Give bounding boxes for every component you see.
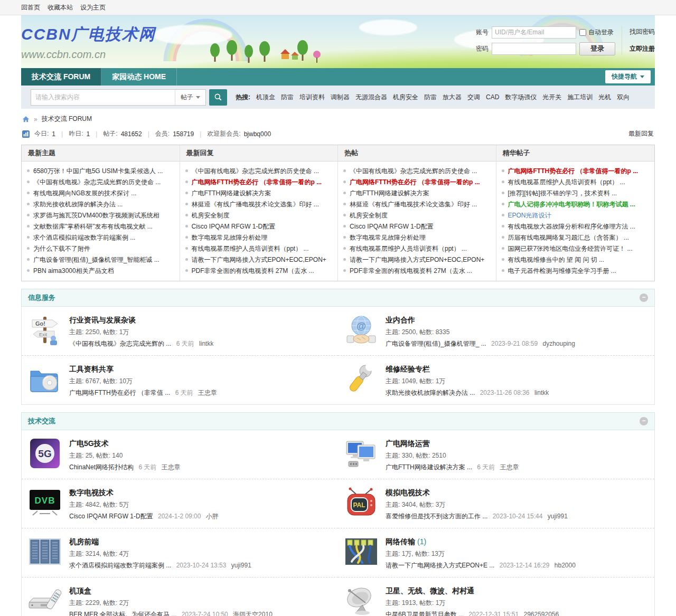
dvb-tv-icon[interactable]: DVB <box>28 487 62 518</box>
topbar-link-sethome[interactable]: 设为主页 <box>80 3 106 12</box>
topic-link[interactable]: 林挺逵《有线广播电视技术论文选集》印好 ... <box>192 199 319 210</box>
topic-link[interactable]: 有线电视放大器故障分析和程序化修理方法 ... <box>508 221 635 232</box>
lastpost-user-link[interactable]: 小胖 <box>206 513 219 520</box>
topic-link[interactable]: 数字电视常见故障分析处理 <box>192 232 268 243</box>
lastpost-link[interactable]: Cisco IPQAM RFGW 1-D配置 <box>69 513 153 520</box>
lastpost-user-link[interactable]: 王忠章 <box>198 389 217 396</box>
forum-name-link[interactable]: 卫星、无线、微波、村村通 <box>386 586 474 595</box>
signpost-go-icon[interactable]: Go! Exit <box>28 315 62 345</box>
network-cables-icon[interactable] <box>344 536 378 567</box>
section-title[interactable]: 技术交流 <box>28 416 55 426</box>
hot-keyword[interactable]: 机顶盒 <box>256 93 275 102</box>
forum-name-link[interactable]: 机房前端 <box>69 537 99 546</box>
tab-forum[interactable]: 技术交流 FORUM <box>21 68 101 86</box>
lastpost-user-link[interactable]: lintkk <box>534 389 549 396</box>
topic-link[interactable]: 有线电视维修当中的 望 闻 问 切 ... <box>508 254 605 266</box>
topic-link[interactable]: 《中国有线电视》杂志完成光辉的历史使命 ... <box>33 177 161 188</box>
topic-link[interactable]: 广电网络FTTH势在必行 （非常值得一看的p ... <box>350 177 480 188</box>
topic-link[interactable]: 求罗德与施瓦茨DVM400数字视频测试系统相 <box>33 210 159 221</box>
lastpost-link[interactable]: 广电FTTH网络建设解决方案 ... <box>386 463 472 471</box>
topic-link[interactable]: 请教一下广电网络接入方式EPON+EOC,EPON+ <box>192 254 326 266</box>
forum-name-link[interactable]: 行业资讯与发展杂谈 <box>69 316 136 324</box>
topic-link[interactable]: PDF非常全面的有线电视资料 27M（去水 ... <box>350 266 472 277</box>
forum-name-link[interactable]: 机顶盒 <box>69 586 91 595</box>
hot-keyword[interactable]: 机房安全 <box>393 93 418 102</box>
home-icon[interactable] <box>22 116 30 123</box>
lastpost-user-link[interactable]: lintkk <box>199 340 213 347</box>
topic-link[interactable]: 广电网络FTTH势在必行 （非常值得一看的p ... <box>192 177 322 188</box>
5g-icon[interactable]: 5G <box>28 438 62 469</box>
pal-tv-icon[interactable]: PAL <box>344 487 378 518</box>
login-button[interactable]: 登录 <box>579 42 615 55</box>
lastpost-link[interactable]: 求助光接收机故障的解决办法 ... <box>386 389 475 396</box>
auto-login-option[interactable]: 自动登录 <box>579 28 615 37</box>
lastpost-user-link[interactable]: hb2000 <box>555 562 576 569</box>
globe-handshake-icon[interactable]: @ <box>344 315 378 345</box>
topic-link[interactable]: 广电FTTH网络建设解决方案 <box>192 188 271 199</box>
lastpost-link[interactable]: 广电网络FTTH势在必行 （非常值 ... <box>69 389 170 396</box>
forum-name-link[interactable]: 工具资料共享 <box>69 365 114 373</box>
topic-link[interactable]: 为什么下载不了附件 <box>33 243 90 254</box>
lastpost-link[interactable]: BER MER 全部达标。为何还会有马 ... <box>69 611 176 616</box>
topic-link[interactable]: 历届有线电视网络复习题汇总（含答案） ... <box>508 232 629 243</box>
lastpost-link[interactable]: 中星6B卫星最新节目参数 ... <box>386 611 464 616</box>
computers-icon[interactable] <box>344 438 378 469</box>
forum-name-link[interactable]: 网络传输 <box>386 537 415 546</box>
lastpost-link[interactable]: 求个酒店模拟前端改数字前端案例 ... <box>69 562 171 569</box>
search-input[interactable] <box>31 93 175 101</box>
hot-keyword[interactable]: 无源混合器 <box>355 93 387 102</box>
forum-name-link[interactable]: 模拟电视技术 <box>386 488 430 497</box>
topic-link[interactable]: Cisco IPQAM RFGW 1-D配置 <box>192 221 276 232</box>
latest-reply-link[interactable]: 最新回复 <box>628 129 654 138</box>
hot-keyword[interactable]: 放大器 <box>443 93 462 102</box>
collapse-icon[interactable]: − <box>640 293 648 302</box>
register-link[interactable]: 立即注册 <box>630 44 655 53</box>
topic-link[interactable]: 机房安全制度 <box>350 210 388 221</box>
topic-link[interactable]: 有线电视基层维护人员培训资料（ppt） ... <box>350 243 467 254</box>
topic-link[interactable]: 广电网络FTTH势在必行 （非常值得一看的p ... <box>508 166 639 177</box>
site-logo[interactable]: CCBN广电技术网 www.ccbn.com.cn <box>21 24 156 61</box>
find-password-link[interactable]: 找回密码 <box>630 27 655 36</box>
topic-link[interactable]: 有线电视基层维护人员培训资料（ppt） ... <box>508 177 625 188</box>
topic-link[interactable]: PBN aima3000相关产品文档 <box>33 266 114 277</box>
hot-keyword[interactable]: CAD <box>486 93 499 101</box>
hot-keyword[interactable]: 防雷 <box>281 93 294 102</box>
topic-link[interactable]: [推荐][转帖]很不错的学习，技术资料 ... <box>508 188 617 199</box>
topic-link[interactable]: 广电FTTH网络建设解决方案 <box>350 188 429 199</box>
satellite-dish-icon[interactable] <box>344 585 378 616</box>
topic-link[interactable]: 电子元器件检测与维修完全学习手册 ... <box>508 266 616 277</box>
topic-link[interactable]: 请教一下广电网络接入方式EPON+EOC,EPON+ <box>350 254 484 266</box>
password-input[interactable] <box>492 43 576 55</box>
auto-login-checkbox[interactable] <box>579 29 586 36</box>
hot-keyword[interactable]: 交调 <box>467 93 480 102</box>
forum-name-link[interactable]: 数字电视技术 <box>69 488 114 497</box>
hot-keyword[interactable]: 光开关 <box>542 93 561 102</box>
topbar-link-favorite[interactable]: 收藏本站 <box>48 3 73 12</box>
hot-keyword[interactable]: 数字场强仪 <box>505 93 537 102</box>
section-title[interactable]: 信息服务 <box>28 293 55 302</box>
topic-link[interactable]: EPON光路设计 <box>508 210 551 221</box>
lastpost-link[interactable]: 《中国有线电视》杂志完成光辉的 ... <box>69 340 171 347</box>
lastpost-link[interactable]: 广电设备管理(租借)_摄像机管理_ ... <box>386 340 486 347</box>
hot-keyword[interactable]: 光机 <box>598 93 611 102</box>
topic-link[interactable]: 有线电视网向NGB发展的技术探讨 ... <box>33 188 136 199</box>
topic-link[interactable]: 《中国有线电视》杂志完成光辉的历史使命 ... <box>350 166 477 177</box>
topic-link[interactable]: 广电设备管理(租借)_摄像机管理_智能柜诚 ... <box>33 254 159 266</box>
lastpost-user-link[interactable]: dyzhouping <box>542 340 575 347</box>
hot-keyword[interactable]: 防雷 <box>424 93 437 102</box>
lastpost-user-link[interactable]: 王忠章 <box>500 463 519 471</box>
server-rack-icon[interactable] <box>28 536 62 567</box>
settop-box-icon[interactable] <box>28 585 62 616</box>
lastpost-user-link[interactable]: 王忠章 <box>162 463 181 471</box>
forum-name-link[interactable]: 业内合作 <box>386 316 415 324</box>
topic-link[interactable]: 求个酒店模拟前端改数字前端案例 ... <box>33 232 135 243</box>
lastpost-user-link[interactable]: 2962592056 <box>523 611 559 616</box>
forum-name-link[interactable]: 广电网络运营 <box>386 439 430 448</box>
topic-link[interactable]: 国网已获7张跨地区电信业务经营许可证！ ... <box>508 243 633 254</box>
wrench-icon[interactable] <box>344 364 378 394</box>
topic-link[interactable]: PDF非常全面的有线电视资料 27M（去水 ... <box>192 266 314 277</box>
topic-link[interactable]: 《中国有线电视》杂志完成光辉的历史使命 ... <box>192 166 319 177</box>
lastpost-user-link[interactable]: yuji991 <box>231 562 251 569</box>
hot-keyword[interactable]: 调制器 <box>331 93 350 102</box>
topic-link[interactable]: 求助光接收机故障的解决办法 ... <box>33 199 123 210</box>
